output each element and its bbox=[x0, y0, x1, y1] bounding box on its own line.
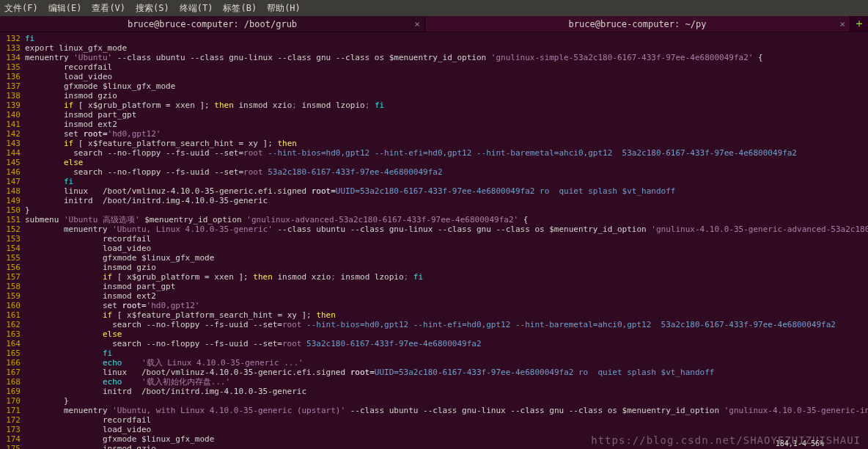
code-line: 173 load_video bbox=[0, 425, 865, 434]
code-line: 164 search --no-floppy --fs-uuid --set=r… bbox=[0, 339, 865, 348]
line-number: 166 bbox=[0, 358, 21, 368]
line-number: 174 bbox=[0, 434, 21, 444]
line-number: 138 bbox=[0, 91, 21, 101]
line-number: 165 bbox=[0, 348, 21, 358]
code-line: 140 insmod part_gpt bbox=[0, 110, 865, 120]
code-line: 137 gfxmode $linux_gfx_mode bbox=[0, 81, 865, 91]
menu-item[interactable]: 文件(F) bbox=[4, 2, 38, 15]
line-number: 140 bbox=[0, 110, 21, 120]
tab-title: bruce@bruce-computer: ~/py bbox=[569, 19, 707, 29]
close-icon[interactable]: × bbox=[414, 18, 420, 29]
code-line: 152 menuentry 'Ubuntu, Linux 4.10.0-35-g… bbox=[0, 224, 865, 234]
code-line: 159 insmod ext2 bbox=[0, 291, 865, 301]
line-number: 168 bbox=[0, 377, 21, 387]
line-number: 137 bbox=[0, 81, 21, 91]
code-line: 132fi bbox=[0, 34, 865, 43]
line-number: 149 bbox=[0, 196, 21, 205]
code-line: 142 set root='hd0,gpt12' bbox=[0, 129, 865, 139]
line-number: 156 bbox=[0, 263, 21, 272]
line-number: 151 bbox=[0, 215, 21, 224]
code-line: 163 else bbox=[0, 329, 865, 339]
line-number: 170 bbox=[0, 396, 21, 406]
menu-item[interactable]: 标签(B) bbox=[223, 2, 257, 15]
code-line: 172 recordfail bbox=[0, 415, 865, 425]
menu-item[interactable]: 编辑(E) bbox=[48, 2, 82, 15]
menu-item[interactable]: 终端(T) bbox=[180, 2, 213, 15]
tab-title: bruce@bruce-computer: /boot/grub bbox=[128, 19, 297, 29]
line-number: 139 bbox=[0, 101, 21, 110]
line-number: 175 bbox=[0, 444, 21, 449]
code-line: 151submenu 'Ubuntu 高级选项' $menuentry_id_o… bbox=[0, 215, 865, 224]
line-number: 133 bbox=[0, 43, 21, 53]
code-line: 145 else bbox=[0, 158, 865, 167]
line-number: 134 bbox=[0, 53, 21, 62]
add-tab-button[interactable]: ＋ bbox=[850, 16, 868, 32]
code-line: 134menuentry 'Ubuntu' --class ubuntu --c… bbox=[0, 53, 865, 62]
code-line: 154 load_video bbox=[0, 244, 865, 253]
code-line: 167 linux /boot/vmlinuz-4.10.0-35-generi… bbox=[0, 368, 865, 377]
code-line: 146 search --no-floppy --fs-uuid --set=r… bbox=[0, 167, 865, 177]
menubar[interactable]: 文件(F)编辑(E)查看(V)搜索(S)终端(T)标签(B)帮助(H) bbox=[0, 0, 868, 16]
code-line: 166 echo '载入 Linux 4.10.0-35-generic ...… bbox=[0, 358, 865, 368]
terminal-area[interactable]: 132fi133export linux_gfx_mode134menuentr… bbox=[0, 32, 868, 449]
tabbar: bruce@bruce-computer: /boot/grub×bruce@b… bbox=[0, 16, 868, 32]
code-line: 168 echo '载入初始化内存盘...' bbox=[0, 377, 865, 387]
terminal-tab[interactable]: bruce@bruce-computer: ~/py× bbox=[425, 16, 850, 32]
line-number: 169 bbox=[0, 387, 21, 396]
line-number: 160 bbox=[0, 301, 21, 310]
line-number: 150 bbox=[0, 205, 21, 215]
line-number: 147 bbox=[0, 177, 21, 186]
code-line: 170 } bbox=[0, 396, 865, 406]
code-line: 155 gfxmode $linux_gfx_mode bbox=[0, 253, 865, 263]
line-number: 172 bbox=[0, 415, 21, 425]
line-number: 145 bbox=[0, 158, 21, 167]
code-line: 161 if [ x$feature_platform_search_hint … bbox=[0, 310, 865, 320]
line-number: 171 bbox=[0, 406, 21, 415]
menu-item[interactable]: 帮助(H) bbox=[267, 2, 301, 15]
line-number: 157 bbox=[0, 272, 21, 282]
menu-item[interactable]: 搜索(S) bbox=[136, 2, 169, 15]
line-number: 153 bbox=[0, 234, 21, 244]
code-line: 135 recordfail bbox=[0, 62, 865, 72]
line-number: 167 bbox=[0, 368, 21, 377]
code-line: 143 if [ x$feature_platform_search_hint … bbox=[0, 139, 865, 148]
watermark: https://blog.csdn.net/SHAOYEZUIZUISHAUI bbox=[591, 434, 861, 446]
terminal-tab[interactable]: bruce@bruce-computer: /boot/grub× bbox=[0, 16, 425, 32]
line-number: 162 bbox=[0, 320, 21, 329]
line-number: 158 bbox=[0, 282, 21, 291]
code-line: 157 if [ x$grub_platform = xxen ]; then … bbox=[0, 272, 865, 282]
line-number: 173 bbox=[0, 425, 21, 434]
menu-item[interactable]: 查看(V) bbox=[92, 2, 125, 15]
code-line: 153 recordfail bbox=[0, 234, 865, 244]
code-line: 171 menuentry 'Ubuntu, with Linux 4.10.0… bbox=[0, 406, 865, 415]
code-line: 148 linux /boot/vmlinuz-4.10.0-35-generi… bbox=[0, 186, 865, 196]
line-number: 141 bbox=[0, 120, 21, 129]
code-line: 138 insmod gzio bbox=[0, 91, 865, 101]
code-line: 141 insmod ext2 bbox=[0, 120, 865, 129]
line-number: 136 bbox=[0, 72, 21, 81]
code-line: 136 load_video bbox=[0, 72, 865, 81]
code-line: 147 fi bbox=[0, 177, 865, 186]
line-number: 152 bbox=[0, 224, 21, 234]
line-number: 155 bbox=[0, 253, 21, 263]
code-line: 149 initrd /boot/initrd.img-4.10.0-35-ge… bbox=[0, 196, 865, 205]
line-number: 132 bbox=[0, 34, 21, 43]
code-line: 169 initrd /boot/initrd.img-4.10.0-35-ge… bbox=[0, 387, 865, 396]
line-number: 146 bbox=[0, 167, 21, 177]
code-line: 165 fi bbox=[0, 348, 865, 358]
code-line: 160 set root='hd0,gpt12' bbox=[0, 301, 865, 310]
line-number: 148 bbox=[0, 186, 21, 196]
code-line: 156 insmod gzio bbox=[0, 263, 865, 272]
close-icon[interactable]: × bbox=[839, 18, 845, 29]
line-number: 161 bbox=[0, 310, 21, 320]
line-number: 159 bbox=[0, 291, 21, 301]
line-number: 154 bbox=[0, 244, 21, 253]
line-number: 144 bbox=[0, 148, 21, 158]
line-number: 143 bbox=[0, 139, 21, 148]
code-line: 162 search --no-floppy --fs-uuid --set=r… bbox=[0, 320, 865, 329]
code-line: 150} bbox=[0, 205, 865, 215]
code-line: 139 if [ x$grub_platform = xxen ]; then … bbox=[0, 101, 865, 110]
code-line: 133export linux_gfx_mode bbox=[0, 43, 865, 53]
code-line: 144 search --no-floppy --fs-uuid --set=r… bbox=[0, 148, 865, 158]
line-number: 163 bbox=[0, 329, 21, 339]
